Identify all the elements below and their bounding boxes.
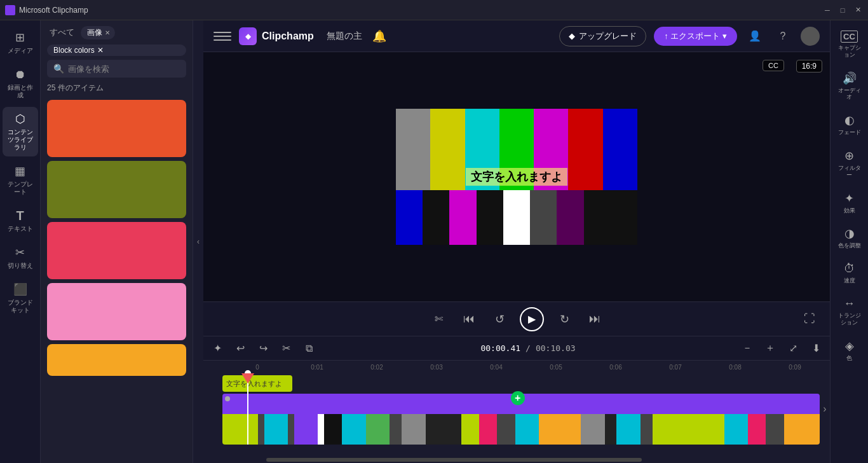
hamburger-line-1 <box>214 32 231 33</box>
sidebar-item-templates[interactable]: ▦ テンプレート <box>3 159 38 201</box>
sidebar-item-transitions[interactable]: ↔ トランジション <box>833 292 866 331</box>
sidebar-item-fade[interactable]: ◐ フェード <box>833 108 866 141</box>
block-colors-tag[interactable]: Block colors ✕ <box>47 45 186 56</box>
redo-button[interactable]: ↪ <box>254 340 272 357</box>
notifications-icon[interactable]: 🔔 <box>372 29 386 43</box>
sidebar-item-text[interactable]: T テキスト <box>3 204 38 238</box>
duplicate-button[interactable]: ⧉ <box>300 340 318 357</box>
magic-tool-button[interactable]: ✦ <box>208 340 226 357</box>
sidebar-item-library[interactable]: ⬡ コンテンツライブラリ <box>3 107 38 156</box>
titlebar: Microsoft Clipchamp ─ □ ✕ <box>0 0 868 20</box>
topbar: ◆ Clipchamp 無題の主 🔔 ◆ アップグレード ↑ エクスポート ▾ … <box>203 20 830 52</box>
bar-red <box>568 109 602 190</box>
tracks-area: 文字を入れますよ <box>203 373 830 445</box>
sidebar-item-speed[interactable]: ⏱ 速度 <box>833 257 866 289</box>
search-icon: 🔍 <box>53 64 64 74</box>
thumb-seg-1 <box>222 414 342 445</box>
playhead[interactable] <box>247 373 248 445</box>
hamburger-menu[interactable] <box>214 27 231 45</box>
mark-0: 0 <box>227 364 287 371</box>
mark-4: 0:04 <box>466 364 526 371</box>
maximize-button[interactable]: □ <box>837 5 848 15</box>
sidebar-item-color-adjust[interactable]: ◑ 色を調整 <box>833 221 866 254</box>
user-avatar[interactable] <box>801 27 820 46</box>
skip-end-button[interactable]: ⏭ <box>585 309 605 329</box>
mark-5: 0:05 <box>526 364 586 371</box>
search-input[interactable] <box>68 64 180 74</box>
center-area: ◆ Clipchamp 無題の主 🔔 ◆ アップグレード ↑ エクスポート ▾ … <box>203 20 830 463</box>
logo-area: ◆ Clipchamp <box>239 27 314 45</box>
timeline-toolbar: ✦ ↩ ↪ ✂ ⧉ 00:00.41 / 00:10.03 － ＋ ⤢ ⬇ <box>203 336 830 361</box>
sidebar-item-media[interactable]: ⊞ メディア <box>3 25 38 60</box>
forward-button[interactable]: ↻ <box>554 309 574 329</box>
sidebar-item-audio[interactable]: 🔊 オーディオ <box>833 66 866 106</box>
close-button[interactable]: ✕ <box>853 5 863 15</box>
fullscreen-button[interactable]: ⛶ <box>799 309 820 329</box>
export-button[interactable]: ↑ エクスポート ▾ <box>654 27 737 46</box>
caption-button[interactable]: CC <box>763 60 784 71</box>
sidebar-item-captions[interactable]: CC キャプション <box>833 25 866 64</box>
color-card-yellow[interactable] <box>47 344 186 376</box>
add-to-timeline-button[interactable]: + <box>511 391 525 405</box>
upgrade-button[interactable]: ◆ アップグレード <box>559 26 646 46</box>
mark-2: 0:02 <box>347 364 407 371</box>
share-icon-btn[interactable]: 👤 <box>745 26 765 46</box>
transitions-icon: ↔ <box>844 297 855 310</box>
skip-start-button[interactable]: ⏮ <box>459 309 479 329</box>
bar-b-dark <box>423 190 449 245</box>
sidebar-label-record: 録画と作成 <box>5 84 36 99</box>
left-content-panel: すべて 画像 ✕ Block colors ✕ 🔍 25 件のアイテム <box>41 20 193 463</box>
panel-collapse-arrow[interactable]: ‹ <box>193 20 203 463</box>
sidebar-item-transition[interactable]: ✂ 切り替え <box>3 240 38 275</box>
rewind-button[interactable]: ↺ <box>489 309 510 329</box>
color-bars-bottom <box>396 190 637 245</box>
sidebar-item-record[interactable]: ⏺ 録画と作成 <box>3 62 38 104</box>
sidebar-label-brand: ブランドキット <box>5 299 36 314</box>
fade-label: フェード <box>838 129 861 136</box>
filter-image-close[interactable]: ✕ <box>105 29 110 36</box>
project-name[interactable]: 無題の主 <box>327 31 362 42</box>
timeline-right-collapse[interactable]: › <box>820 361 830 457</box>
cut-button[interactable]: ✂ <box>277 340 295 357</box>
text-clip[interactable]: 文字を入れますよ <box>222 375 292 392</box>
transition-icon: ✂ <box>13 245 27 259</box>
thumb-seg-2 <box>342 414 461 445</box>
minimize-button[interactable]: ─ <box>822 5 832 15</box>
aspect-ratio-badge[interactable]: 16:9 <box>796 60 822 73</box>
search-box[interactable]: 🔍 <box>47 60 186 78</box>
help-icon-btn[interactable]: ? <box>773 26 793 46</box>
color-card-olive[interactable] <box>47 161 186 218</box>
sidebar-item-brand[interactable]: ⬛ ブランドキット <box>3 277 38 319</box>
block-colors-close[interactable]: ✕ <box>97 46 104 55</box>
zoom-in-button[interactable]: ＋ <box>761 340 779 357</box>
clip-button[interactable]: ✄ <box>428 309 449 329</box>
export-label: ↑ エクスポート ▾ <box>664 31 727 42</box>
sidebar-item-filters[interactable]: ⊕ フィルター <box>833 144 866 184</box>
sidebar-item-color[interactable]: ◈ 色 <box>833 334 866 367</box>
bar-b-mid <box>530 190 557 245</box>
scrollbar-thumb <box>266 458 642 462</box>
sidebar-item-effects[interactable]: ✦ 効果 <box>833 186 866 219</box>
speed-icon: ⏱ <box>844 262 855 275</box>
bar-b-black1 <box>584 190 611 245</box>
color-card-red[interactable] <box>47 222 186 279</box>
color-card-pink[interactable] <box>47 283 186 340</box>
zoom-out-button[interactable]: － <box>738 340 756 357</box>
captions-label: キャプション <box>836 45 864 59</box>
items-count: 25 件のアイテム <box>41 83 193 97</box>
timeline-scrollbar[interactable] <box>203 457 830 463</box>
speed-label: 速度 <box>844 277 855 284</box>
bar-b-purple <box>557 190 583 245</box>
window-controls[interactable]: ─ □ ✕ <box>822 5 863 15</box>
expand-timeline-button[interactable]: ⬇ <box>807 340 825 357</box>
filter-icon: ⊕ <box>844 149 854 163</box>
fit-view-button[interactable]: ⤢ <box>784 340 802 357</box>
filter-image-tag[interactable]: 画像 ✕ <box>81 26 115 39</box>
color-card-orange[interactable] <box>47 100 186 157</box>
mark-8: 0:08 <box>705 364 765 371</box>
undo-button[interactable]: ↩ <box>231 340 249 357</box>
play-button[interactable]: ▶ <box>520 307 544 331</box>
bar-blue <box>603 109 637 190</box>
diamond-icon: ◆ <box>569 31 575 41</box>
filter-all[interactable]: すべて <box>47 25 77 39</box>
